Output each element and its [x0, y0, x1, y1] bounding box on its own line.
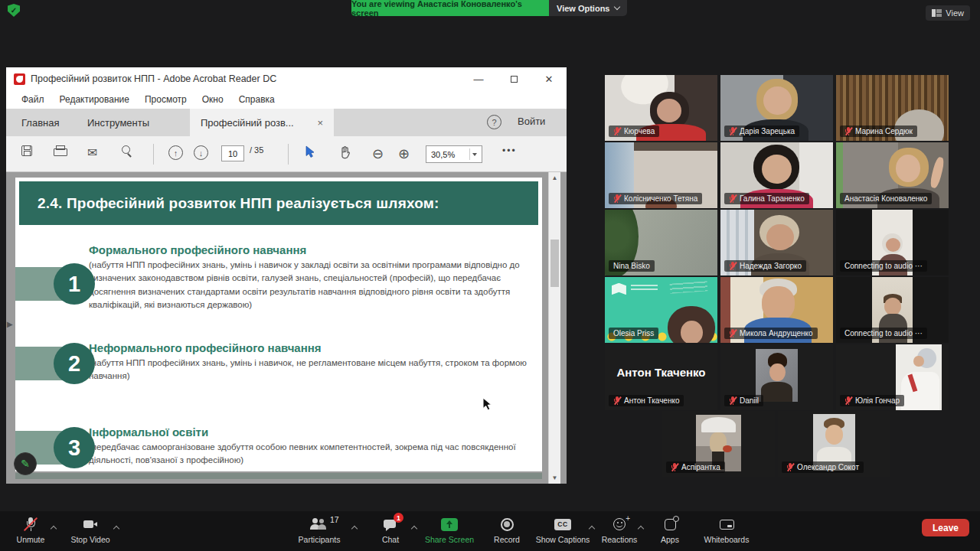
minimize-button[interactable]: —: [461, 67, 496, 90]
leave-button[interactable]: Leave: [922, 519, 969, 536]
close-button[interactable]: ✕: [531, 67, 567, 90]
find-button[interactable]: [121, 145, 132, 157]
maximize-icon: [511, 76, 518, 83]
participant-tile[interactable]: Nina Bisko: [605, 210, 717, 276]
participant-tile[interactable]: Колісниченко Тетяна: [605, 142, 717, 208]
view-button[interactable]: View: [926, 5, 970, 21]
participant-name-label: Антон Ткаченко: [609, 395, 684, 406]
item-number-badge: 2: [15, 343, 95, 384]
hand-icon: [338, 145, 351, 159]
ellipsis-icon: •••: [502, 145, 517, 156]
participant-tile[interactable]: Микола Андрущенко: [720, 277, 833, 343]
whiteboard-icon: [720, 520, 734, 530]
mouse-cursor-icon: [482, 397, 492, 411]
zoom-out-button[interactable]: ⊖: [372, 145, 384, 162]
video-options-chevron-icon[interactable]: [113, 526, 119, 532]
whiteboards-button[interactable]: Whiteboards: [684, 516, 769, 544]
menu-window[interactable]: Окно: [202, 94, 224, 105]
acrobat-window: Професійний розвиток НПП - Adobe Acrobat…: [6, 67, 567, 484]
participant-tile[interactable]: Марина Сердюк: [836, 75, 949, 141]
print-button[interactable]: [54, 145, 66, 156]
participants-icon: [310, 517, 328, 532]
participant-name-label: Connecting to audio ···: [840, 260, 927, 272]
envelope-icon: ✉: [87, 145, 97, 160]
navigation-pane-arrow-icon[interactable]: ▶: [7, 320, 13, 328]
help-icon[interactable]: ?: [487, 115, 501, 129]
scroll-down-arrow-icon[interactable]: ▼: [549, 474, 560, 481]
view-options-button[interactable]: View Options: [549, 0, 627, 16]
muted-mic-icon: [729, 194, 737, 203]
slide-heading: 2.4. Професійний розвиток НПП реалізуєть…: [19, 181, 538, 225]
muted-mic-icon: [24, 517, 37, 532]
participant-tile[interactable]: Галина Тараненко: [720, 142, 833, 208]
arrow-up-circle-icon: ↑: [168, 145, 183, 160]
participant-name-label: Марина Сердюк: [840, 126, 917, 137]
participant-tile[interactable]: Юлія Гончар: [836, 344, 949, 410]
security-shield-icon[interactable]: ✓: [8, 4, 20, 17]
item-body: (передбачає самоорганізоване здобуття ос…: [89, 441, 531, 468]
sign-in-link[interactable]: Войти: [518, 116, 545, 127]
muted-mic-icon: [786, 463, 794, 471]
participant-tile[interactable]: Кюрчева: [605, 75, 717, 141]
scrollbar-thumb[interactable]: [550, 240, 559, 287]
participant-tile[interactable]: Аспірантка: [662, 411, 775, 477]
menu-file[interactable]: Файл: [21, 94, 44, 105]
annotate-pencil-button[interactable]: ✎: [14, 452, 37, 475]
stop-video-button[interactable]: Stop Video: [48, 516, 132, 544]
participant-name-label: Юлія Гончар: [840, 395, 904, 406]
pdf-page-view[interactable]: 2.4. Професійний розвиток НПП реалізуєть…: [6, 172, 567, 484]
next-page-button[interactable]: ↓: [194, 145, 208, 160]
viewing-screen-banner: You are viewing Анастасія Коноваленко's …: [351, 0, 549, 16]
participant-tile[interactable]: Olesia Priss: [605, 277, 717, 343]
previous-page-button[interactable]: ↑: [168, 145, 183, 160]
participant-tile[interactable]: Daniil: [720, 344, 833, 410]
participant-tile[interactable]: Connecting to audio ···: [836, 277, 949, 343]
muted-mic-icon: [729, 262, 737, 270]
scroll-up-arrow-icon[interactable]: ▲: [549, 174, 560, 181]
participant-tile[interactable]: Дарія Зарецька: [720, 75, 833, 141]
zoom-in-button[interactable]: ⊕: [398, 145, 410, 162]
participant-name-label: Olesia Priss: [609, 328, 658, 339]
select-tool-button[interactable]: [305, 145, 315, 158]
cursor-icon: [305, 145, 315, 158]
next-page-edge: [15, 473, 542, 479]
vertical-scrollbar[interactable]: ▲ ▼: [548, 172, 560, 484]
printer-icon: [54, 145, 66, 156]
toolbar-divider: [153, 144, 154, 165]
slide-item-2: 2 Неформального професійного навчання (н…: [15, 341, 542, 383]
participant-tile[interactable]: Олександр Сокот: [778, 411, 890, 477]
dropdown-arrow-icon: [472, 153, 477, 156]
toolbar-divider: [288, 144, 289, 165]
page-total-label: / 35: [250, 145, 263, 155]
hand-tool-button[interactable]: [338, 145, 351, 159]
participant-name-label: Connecting to audio ···: [840, 328, 927, 339]
arrow-down-circle-icon: ↓: [194, 145, 208, 160]
acrobat-title-bar[interactable]: Професійний розвиток НПП - Adobe Acrobat…: [6, 67, 567, 90]
participant-tile[interactable]: Антон Ткаченко Антон Ткаченко: [605, 344, 717, 410]
item-body: (набуття НПП професійних знань, умінь і …: [89, 357, 531, 383]
slide-item-3: 3 Інформальної освіти (передбачає самоор…: [15, 425, 542, 468]
tab-document[interactable]: Професійний розв... ×: [190, 109, 334, 136]
participant-tile[interactable]: Connecting to audio ···: [836, 210, 949, 276]
zoom-level-select[interactable]: 30,5%: [426, 145, 482, 163]
acrobat-app-icon: [14, 73, 25, 85]
tab-tools[interactable]: Инструменты: [77, 109, 160, 136]
maximize-button[interactable]: [496, 67, 531, 90]
participant-tile-active-speaker[interactable]: Анастасія Коноваленко: [836, 142, 949, 208]
muted-mic-icon: [844, 396, 852, 405]
menu-help[interactable]: Справка: [239, 94, 275, 105]
muted-mic-icon: [613, 127, 621, 135]
save-icon: [21, 145, 32, 156]
participant-name-label: Nina Bisko: [609, 260, 655, 272]
participant-tile[interactable]: Надежда Загорко: [720, 210, 833, 276]
menu-edit[interactable]: Редактирование: [60, 94, 129, 105]
menu-view[interactable]: Просмотр: [145, 94, 187, 105]
page-number-input[interactable]: 10: [221, 145, 244, 161]
tab-close-icon[interactable]: ×: [317, 117, 323, 129]
tab-home[interactable]: Главная: [11, 109, 70, 136]
save-button[interactable]: [21, 145, 32, 156]
acrobat-toolbar: ✉ ↑ ↓ 10 / 35 ⊖ ⊕ 30,5% •••: [6, 136, 567, 172]
more-tools-button[interactable]: •••: [502, 145, 517, 156]
email-button[interactable]: ✉: [87, 145, 97, 160]
participants-count: 17: [330, 515, 339, 524]
